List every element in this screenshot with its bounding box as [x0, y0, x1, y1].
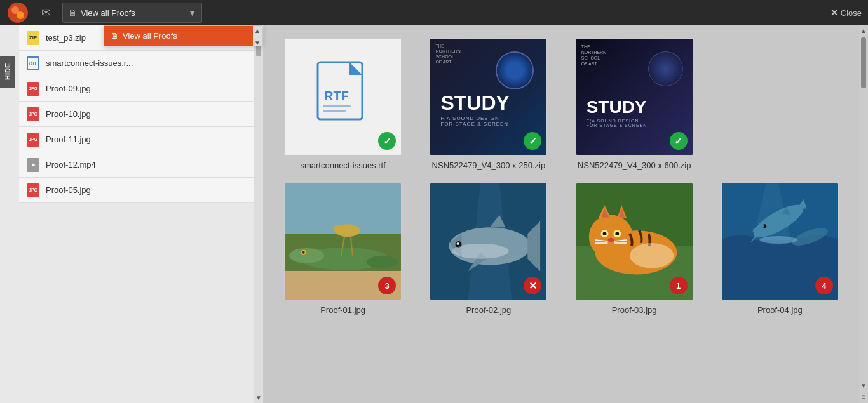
study-text: STUDY [440, 93, 509, 113]
sidebar-item-label-proof09: Proof-09.jpg [46, 84, 91, 93]
dropdown-selected-label: View all Proofs [81, 8, 135, 18]
file-thumb-nsn600[interactable]: THENORTHERNSCHOOLOF ART STUDY F(A SOUND … [576, 38, 693, 155]
study-subtext: F(A SOUND DESIGNFOR STAGE & SCREEN [440, 116, 508, 127]
svg-point-47 [630, 243, 674, 268]
study-logo-text: THENORTHERNSCHOOLOF ART [435, 44, 461, 65]
file-name-proof01: Proof-01.jpg [320, 305, 365, 315]
badge-count-proof03: 1 [670, 277, 688, 294]
file-card-rtf: RTF ✓ smartconnect-issues.rtf [276, 38, 409, 170]
right-scroll-thumb [861, 37, 866, 88]
sidebar-item-label-proof05: Proof-05.jpg [46, 185, 91, 195]
dropdown-header-label: View all Proofs [123, 31, 177, 41]
file-card-nsn250: THENORTHERNSCHOOLOF ART STUDY F(A SOUND … [422, 38, 555, 170]
checkmark-icon: ✓ [383, 135, 391, 147]
checkmark-icon-2: ✓ [529, 135, 537, 147]
svg-point-41 [615, 232, 619, 235]
sidebar-item-proof11[interactable]: JPG Proof-11.jpg [19, 127, 254, 152]
proof-dropdown[interactable]: 🗎 View all Proofs ▼ [62, 3, 202, 23]
file-name-nsn600: NSN522479_V4_300 x 600.zip [578, 161, 691, 170]
study-subtext-2: F(A SOUND DESIGNFOR STAGE & SCREEN [587, 119, 648, 128]
top-bar: ✉ 🗎 View all Proofs ▼ ✕ Close [0, 0, 868, 25]
right-scroll-up[interactable]: ▲ [858, 25, 868, 36]
svg-rect-6 [323, 110, 346, 112]
file-name-nsn250: NSN522479_V4_300 x 250.zip [432, 161, 546, 170]
doc-icon: 🗎 [68, 8, 77, 18]
file-card-nsn600: THENORTHERNSCHOOLOF ART STUDY F(A SOUND … [568, 38, 701, 170]
file-thumb-proof01[interactable]: 3 [284, 183, 402, 300]
svg-point-16 [333, 225, 343, 232]
rtf-small-icon: RTF [25, 56, 41, 71]
zip-icon: ZIP [25, 30, 41, 46]
mp4-icon: ▶ [25, 157, 41, 173]
badge-count-proof01: 3 [378, 277, 396, 294]
dropdown-panel: 🗎 View all Proofs ▲ ▼ [104, 25, 262, 46]
sidebar-item-label-proof11: Proof-11.jpg [46, 135, 91, 144]
file-grid: RTF ✓ smartconnect-issues.rtf THENORTHER… [276, 38, 846, 315]
file-card-proof01: 3 Proof-01.jpg [276, 183, 409, 315]
right-scroll-down[interactable]: ▼ [858, 380, 868, 391]
study-logo-text-2: THENORTHERNSCHOOLOF ART [581, 44, 607, 67]
nsa-circle-logo [648, 51, 683, 86]
svg-point-11 [367, 256, 398, 268]
dropdown-container: 🗎 View all Proofs ▼ [62, 3, 202, 23]
file-card-proof04: 4 Proof-04.jpg [714, 183, 846, 315]
badge-count-proof04: 4 [815, 277, 833, 294]
badge-check-rtf: ✓ [378, 132, 396, 150]
main-content: RTF ✓ smartconnect-issues.rtf THENORTHER… [264, 25, 859, 403]
file-thumb-rtf[interactable]: RTF ✓ [284, 38, 402, 155]
scroll-down-arrow[interactable]: ▼ [253, 38, 262, 48]
dropdown-panel-header-item[interactable]: 🗎 View all Proofs [104, 26, 262, 46]
svg-text:RTF: RTF [324, 89, 349, 103]
file-thumb-nsn250[interactable]: THENORTHERNSCHOOLOF ART STUDY F(A SOUND … [430, 38, 547, 155]
scroll-up-arrow[interactable]: ▲ [253, 26, 262, 36]
file-card-empty [714, 38, 846, 170]
sidebar-item-proof09[interactable]: JPG Proof-09.jpg [19, 76, 254, 102]
study-text-2: STUDY [587, 98, 647, 116]
file-thumb-proof03[interactable]: 1 [576, 183, 693, 300]
svg-point-33 [588, 215, 632, 258]
file-thumb-proof04[interactable]: 4 [721, 183, 839, 300]
close-x-icon: ✕ [831, 8, 838, 18]
dropdown-arrow-icon: ▼ [188, 8, 196, 18]
svg-point-14 [302, 251, 305, 254]
svg-point-28 [457, 242, 459, 245]
jpg-icon-11: JPG [25, 132, 41, 147]
dropdown-header-icon: 🗎 [111, 31, 119, 41]
rtf-file-icon: RTF [311, 59, 375, 135]
jpg-icon-05: JPG [25, 183, 41, 198]
sidebar: HIDE ZIP test_p3.zip RTF smartconnect-is… [0, 25, 264, 403]
sidebar-item-smartconnect[interactable]: RTF smartconnect-issues.r... [19, 51, 254, 76]
sidebar-item-label-proof12: Proof-12.mp4 [46, 160, 96, 169]
right-scrollbar: ▲ ▼ ≡ [859, 25, 868, 403]
svg-point-29 [452, 244, 509, 259]
badge-check-nsn600: ✓ [670, 132, 688, 150]
sidebar-item-label-test-p3: test_p3.zip [46, 33, 86, 43]
file-card-proof03: 1 Proof-03.jpg [568, 183, 701, 315]
file-name-proof03: Proof-03.jpg [612, 305, 657, 315]
sidebar-item-proof10[interactable]: JPG Proof-10.jpg [19, 102, 254, 127]
right-scroll-lines-icon: ≡ [862, 393, 865, 400]
file-name-proof02: Proof-02.jpg [466, 305, 511, 315]
app-logo [6, 1, 29, 24]
x-mark-icon: ✕ [529, 280, 537, 292]
file-name-proof04: Proof-04.jpg [757, 305, 803, 315]
mail-icon[interactable]: ✉ [36, 3, 56, 23]
file-name-rtf: smartconnect-issues.rtf [300, 161, 385, 170]
close-label: Close [841, 8, 862, 18]
sidebar-scroll-down[interactable]: ▼ [254, 392, 264, 403]
sidebar-item-proof05[interactable]: JPG Proof-05.jpg [19, 178, 254, 203]
jpg-icon-10: JPG [25, 107, 41, 122]
svg-point-39 [602, 232, 606, 235]
dropdown-scrollbar: ▲ ▼ [253, 26, 262, 46]
sidebar-item-proof12[interactable]: ▶ Proof-12.mp4 [19, 152, 254, 178]
svg-point-57 [759, 236, 797, 244]
svg-rect-5 [323, 105, 351, 107]
file-thumb-proof02[interactable]: ✕ [430, 183, 547, 300]
svg-point-42 [607, 238, 614, 242]
checkmark-icon-3: ✓ [674, 135, 682, 147]
svg-point-2 [17, 11, 24, 19]
sidebar-item-label-smartconnect: smartconnect-issues.r... [46, 58, 133, 68]
file-card-proof02: ✕ Proof-02.jpg [422, 183, 555, 315]
close-button[interactable]: ✕ Close [831, 8, 862, 18]
svg-point-12 [289, 248, 324, 263]
